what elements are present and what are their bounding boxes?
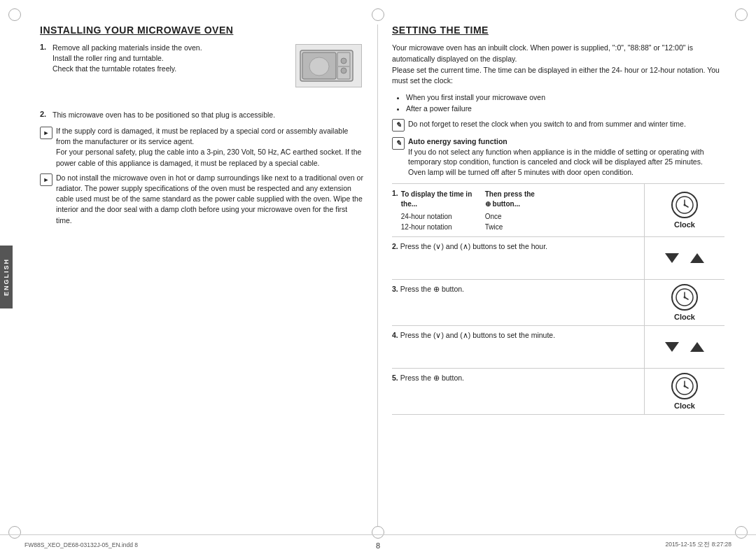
microwave-image bbox=[295, 44, 362, 87]
clock-svg-1 bbox=[675, 195, 694, 215]
down-arrow-2 bbox=[665, 342, 679, 352]
corner-decoration-tr bbox=[735, 8, 748, 21]
left-step-2: 2. This microwave oven has to be positio… bbox=[40, 110, 365, 120]
arrow-box-2 bbox=[665, 342, 704, 352]
step-4-text: Press the (∨) and (∧) buttons to set the… bbox=[400, 331, 555, 339]
step-2-num: 2. bbox=[392, 242, 398, 250]
step-1-num: 1. bbox=[40, 43, 50, 51]
sub-table-row-1: 24-hour notation Once bbox=[401, 211, 541, 222]
main-content: INSTALLING YOUR MICROWAVE OVEN 1. Remove… bbox=[24, 24, 732, 526]
sub-table: To display the time in the... Then press… bbox=[401, 190, 541, 232]
note-icon-2: ✎ bbox=[392, 137, 405, 150]
up-triangle-1 bbox=[690, 253, 704, 263]
bullet-list: When you first install your microwave ov… bbox=[398, 92, 724, 115]
svg-point-4 bbox=[341, 68, 346, 73]
notation-12: 12-hour notation bbox=[401, 222, 485, 232]
col1-header: To display the time in the... bbox=[401, 190, 485, 210]
svg-point-6 bbox=[309, 57, 329, 76]
notation-24: 24-hour notation bbox=[401, 211, 485, 222]
right-step-2: 2. Press the (∨) and (∧) buttons to set … bbox=[392, 236, 724, 279]
svg-point-14 bbox=[684, 296, 686, 298]
right-step-3: 3. Press the ⊕ button. bbox=[392, 279, 724, 325]
step-5-num: 5. bbox=[392, 374, 398, 382]
step-3-button-box: Clock bbox=[644, 280, 724, 325]
corner-decoration-tl bbox=[8, 8, 21, 21]
right-column: SETTING THE TIME Your microwave oven has… bbox=[378, 24, 732, 526]
down-triangle-1 bbox=[665, 253, 679, 263]
top-center-decoration bbox=[372, 8, 384, 21]
clock-label-3: Clock bbox=[674, 402, 695, 410]
clock-svg-2 bbox=[675, 287, 694, 307]
note-reset-clock: ✎ Do not forget to reset the clock when … bbox=[392, 119, 724, 132]
auto-energy-section: ✎ Auto energy saving function If you do … bbox=[392, 137, 724, 178]
step-1-instruction: 1. To display the time in the... Then pr… bbox=[392, 184, 644, 236]
svg-point-10 bbox=[684, 204, 686, 206]
clock-circle-2 bbox=[671, 284, 698, 311]
step-1-button-box: Clock bbox=[644, 184, 724, 236]
clock-button-1: Clock bbox=[671, 192, 698, 229]
step-5-text: Press the ⊕ button. bbox=[400, 374, 464, 382]
step-1-content: To display the time in the... Then press… bbox=[401, 188, 541, 232]
note-icon-1: ✎ bbox=[392, 119, 405, 132]
footer-right: 2015-12-15 오전 8:27:28 bbox=[665, 541, 732, 549]
col2-header: Then press the ⊕ button... bbox=[485, 190, 541, 210]
footer-left: FW88S_XEO_DE68-03132J-05_EN.indd 8 bbox=[24, 541, 138, 548]
clock-label-2: Clock bbox=[674, 313, 695, 321]
note-2-text: Do not install the microwave oven in hot… bbox=[56, 173, 365, 226]
clock-button-3: Clock bbox=[671, 373, 698, 410]
clock-label-1: Clock bbox=[674, 220, 695, 229]
step-2-instruction: 2. Press the (∨) and (∧) buttons to set … bbox=[392, 237, 644, 279]
right-section-title: SETTING THE TIME bbox=[392, 24, 724, 36]
svg-rect-5 bbox=[337, 66, 350, 67]
step-2-text: Press the (∨) and (∧) buttons to set the… bbox=[400, 242, 547, 250]
step-3-text: Press the ⊕ button. bbox=[400, 285, 464, 293]
sub-table-row-2: 12-hour notation Twice bbox=[401, 222, 541, 232]
up-arrow-2 bbox=[690, 342, 704, 352]
up-triangle-2 bbox=[690, 342, 704, 352]
step-4-instruction: 4. Press the (∨) and (∧) buttons to set … bbox=[392, 326, 644, 368]
left-note-2: ► Do not install the microwave oven in h… bbox=[40, 173, 365, 226]
left-column: INSTALLING YOUR MICROWAVE OVEN 1. Remove… bbox=[24, 24, 378, 526]
auto-energy-text: If you do not select any function when a… bbox=[408, 147, 724, 178]
auto-energy-title: Auto energy saving function bbox=[408, 137, 724, 145]
arrow-box-1 bbox=[665, 253, 704, 263]
step-5-button-box: Clock bbox=[644, 369, 724, 414]
bullet-item-2: After a power failure bbox=[406, 104, 724, 115]
down-triangle-2 bbox=[665, 342, 679, 352]
action-24: Once bbox=[485, 211, 541, 222]
svg-point-18 bbox=[684, 385, 686, 387]
left-section-title: INSTALLING YOUR MICROWAVE OVEN bbox=[40, 24, 365, 36]
step-1-num: 1. bbox=[392, 188, 398, 232]
clock-svg-3 bbox=[675, 376, 694, 396]
auto-energy-content: Auto energy saving function If you do no… bbox=[408, 137, 724, 178]
down-arrow-1 bbox=[665, 253, 679, 263]
right-intro: Your microwave oven has an inbuilt clock… bbox=[392, 43, 724, 87]
left-note-1: ► If the supply cord is damaged, it must… bbox=[40, 126, 365, 169]
plug-icon-1: ► bbox=[40, 127, 52, 139]
clock-circle-1 bbox=[671, 192, 698, 218]
plug-icon-2: ► bbox=[40, 173, 52, 186]
right-step-1: 1. To display the time in the... Then pr… bbox=[392, 183, 724, 236]
step-2-text: This microwave oven has to be positioned… bbox=[52, 110, 365, 120]
step-4-num: 4. bbox=[392, 331, 398, 339]
step-3-instruction: 3. Press the ⊕ button. bbox=[392, 280, 644, 325]
clock-button-2: Clock bbox=[671, 284, 698, 321]
step-4-button-box bbox=[644, 326, 724, 368]
up-arrow-1 bbox=[690, 253, 704, 263]
note-1-text: If the supply cord is damaged, it must b… bbox=[56, 126, 365, 169]
clock-circle-3 bbox=[671, 373, 698, 399]
step-3-num: 3. bbox=[392, 285, 398, 293]
microwave-svg bbox=[299, 47, 358, 85]
side-label: ENGLISH bbox=[0, 246, 13, 308]
bottom-bar: FW88S_XEO_DE68-03132J-05_EN.indd 8 2015-… bbox=[0, 534, 756, 554]
step-2-button-box bbox=[644, 237, 724, 279]
step-5-instruction: 5. Press the ⊕ button. bbox=[392, 369, 644, 414]
bullet-item-1: When you first install your microwave ov… bbox=[406, 92, 724, 104]
action-12: Twice bbox=[485, 222, 541, 232]
steps-area: 1. To display the time in the... Then pr… bbox=[392, 183, 724, 415]
page-container: ENGLISH INSTALLING YOUR MICROWAVE OVEN bbox=[0, 0, 756, 554]
note-reset-text: Do not forget to reset the clock when yo… bbox=[408, 119, 686, 129]
sub-table-header: To display the time in the... Then press… bbox=[401, 190, 541, 210]
right-step-4: 4. Press the (∨) and (∧) buttons to set … bbox=[392, 325, 724, 368]
step-2-num: 2. bbox=[40, 110, 50, 118]
